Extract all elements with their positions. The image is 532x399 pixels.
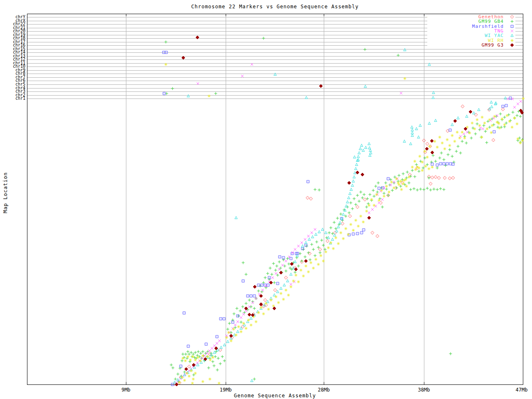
y-axis-label: Map Location [2, 172, 8, 213]
chromosome-label-chr1: chr1 [0, 96, 25, 100]
series-gm99-gb4 [165, 31, 524, 383]
x-tick-label: 38Mb [418, 387, 430, 393]
x-tick-label: 47Mb [516, 387, 528, 393]
series-genethon [173, 105, 505, 386]
chart-title: Chromosome 22 Markers vs Genome Sequence… [27, 4, 523, 10]
cross-icon [509, 29, 515, 33]
triangle-open-icon [509, 33, 515, 38]
series-wi-rh [165, 16, 525, 385]
x-tick-label: 9Mb [121, 387, 131, 393]
x-tick-label: 19Mb [220, 387, 232, 393]
legend-row-gm99-g3: GM99 G3 [427, 43, 515, 47]
x-tick-label: 28Mb [318, 387, 330, 393]
asterisk-icon [509, 38, 515, 43]
diamond-filled-icon [509, 43, 515, 47]
square-open-icon [509, 24, 515, 29]
x-axis-label: Genome Sequence Assembly [27, 393, 523, 399]
legend-label: GM99 G3 [482, 42, 504, 48]
scatter-plot-svg [0, 0, 532, 399]
diamond-open-icon [509, 15, 515, 19]
plus-icon [509, 19, 515, 24]
plot-frame [27, 14, 523, 384]
chart-canvas: Chromosome 22 Markers vs Genome Sequence… [0, 0, 532, 399]
legend: GenethonGM99 GB4MarshfieldTNGWI YACWI RH… [427, 15, 515, 47]
